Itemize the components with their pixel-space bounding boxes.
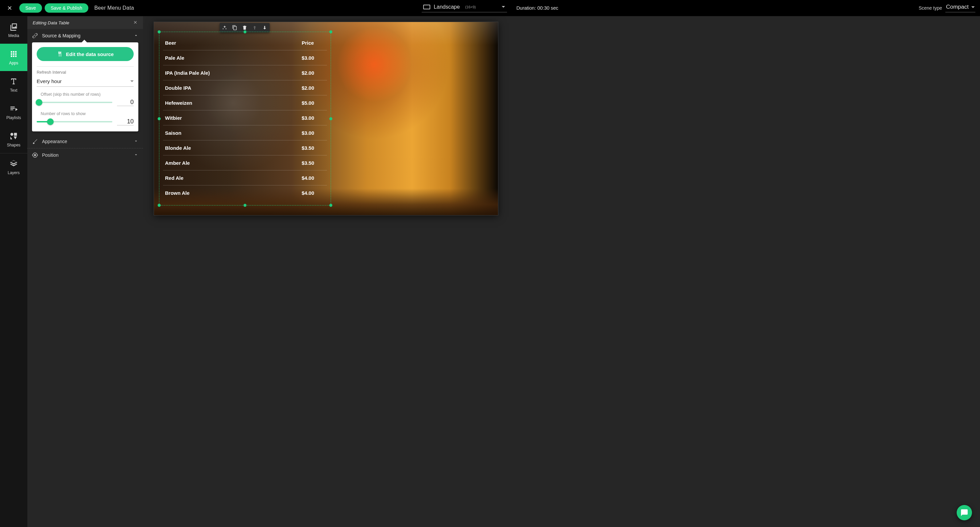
landscape-icon — [423, 5, 430, 10]
utensils-icon — [57, 51, 63, 57]
cell-price: $2.00 — [302, 85, 325, 91]
cell-price: $4.00 — [302, 190, 325, 196]
side-panel: Editing Data Table Source & Mapping Edit… — [27, 16, 143, 527]
cell-price: $4.00 — [302, 175, 325, 181]
chevron-down-icon — [134, 139, 138, 144]
table-row: Blonde Ale$3.50 — [163, 141, 327, 155]
sparkle-icon — [222, 25, 228, 30]
resize-handle[interactable] — [329, 117, 332, 120]
resize-handle[interactable] — [243, 30, 247, 34]
section-position[interactable]: Position — [27, 149, 143, 162]
nav-layers-label: Layers — [8, 171, 20, 175]
cell-name: Double IPA — [165, 85, 191, 91]
nav-shapes[interactable]: Shapes — [0, 126, 27, 153]
scene-type-select[interactable]: Compact — [945, 4, 975, 12]
edit-data-source-button[interactable]: Edit the data source — [37, 47, 134, 61]
table-row: Witbier$3.00 — [163, 110, 327, 125]
topbar: Save Save & Publish Beer Menu Data Lands… — [0, 0, 980, 16]
section-appearance-label: Appearance — [42, 139, 67, 144]
chat-fab[interactable] — [957, 505, 972, 520]
orientation-select[interactable]: Landscape (16×9) — [422, 4, 507, 12]
cell-name: Hefeweizen — [165, 100, 192, 106]
nav-media-label: Media — [8, 34, 19, 38]
slider-thumb[interactable] — [36, 99, 42, 106]
rows-label: Number of rows to show — [37, 112, 134, 116]
cell-name: Witbier — [165, 115, 182, 121]
cell-price: $3.00 — [302, 115, 325, 121]
link-icon — [32, 33, 38, 39]
nav-playlists-label: Playlists — [6, 115, 21, 120]
duration-label: Duration: 00:30 sec — [516, 5, 558, 11]
nav-playlists[interactable]: Playlists — [0, 98, 27, 126]
layers-icon — [10, 160, 18, 168]
chevron-down-icon — [134, 152, 138, 158]
cell-name: Red Ale — [165, 175, 183, 181]
left-nav: Media Apps Text Playlists Shapes Layers — [0, 16, 27, 527]
panel-close-button[interactable] — [133, 20, 138, 26]
refresh-interval-value: Every hour — [37, 78, 62, 85]
slider-thumb[interactable] — [47, 118, 54, 125]
source-card: Edit the data source Refresh Interval Ev… — [32, 42, 138, 131]
apps-icon — [10, 50, 18, 58]
resize-handle[interactable] — [243, 204, 247, 207]
table-row: Double IPA$2.00 — [163, 80, 327, 96]
resize-handle[interactable] — [329, 30, 332, 34]
nav-apps-label: Apps — [9, 61, 18, 65]
canvas-area: Beer Price Pale Ale$3.00 IPA (India Pale… — [143, 16, 980, 527]
rows-input[interactable] — [117, 118, 134, 125]
table-row: Brown Ale$4.00 — [163, 185, 327, 200]
table-row: IPA (India Pale Ale)$2.00 — [163, 65, 327, 80]
section-appearance[interactable]: Appearance — [27, 135, 143, 148]
cell-price: $3.50 — [302, 160, 325, 166]
resize-handle[interactable] — [158, 30, 161, 34]
close-icon — [7, 5, 13, 11]
save-button[interactable]: Save — [19, 3, 42, 13]
resize-handle[interactable] — [329, 204, 332, 207]
scene-type-value: Compact — [946, 4, 969, 10]
orientation-label: Landscape — [434, 4, 460, 10]
arrow-down-icon — [262, 25, 267, 30]
header-beer: Beer — [165, 40, 176, 46]
nav-layers[interactable]: Layers — [0, 153, 27, 181]
offset-slider[interactable] — [37, 99, 112, 106]
delete-button[interactable] — [242, 25, 248, 31]
chevron-up-icon — [134, 33, 138, 39]
shapes-icon — [10, 132, 18, 141]
rows-slider[interactable] — [37, 118, 112, 125]
data-table[interactable]: Beer Price Pale Ale$3.00 IPA (India Pale… — [163, 35, 327, 200]
sparkle-button[interactable] — [222, 25, 228, 31]
save-publish-button[interactable]: Save & Publish — [45, 3, 88, 13]
text-icon — [10, 77, 18, 86]
cell-name: Pale Ale — [165, 55, 185, 61]
document-title: Beer Menu Data — [94, 5, 134, 11]
card-divider — [37, 66, 134, 67]
table-row: Red Ale$4.00 — [163, 171, 327, 185]
panel-title: Editing Data Table — [33, 20, 69, 26]
refresh-interval-label: Refresh Interval — [37, 70, 134, 75]
cell-name: Amber Ale — [165, 160, 190, 166]
nav-media[interactable]: Media — [0, 16, 27, 44]
media-icon — [10, 22, 18, 31]
brush-icon — [32, 139, 38, 144]
table-row: Saison$3.00 — [163, 125, 327, 141]
duplicate-button[interactable] — [232, 25, 238, 31]
chevron-down-icon — [130, 80, 134, 82]
move-down-button[interactable] — [262, 25, 268, 31]
cell-price: $2.00 — [302, 70, 325, 76]
table-row: Hefeweizen$5.00 — [163, 96, 327, 110]
svg-rect-0 — [424, 5, 430, 9]
edit-data-source-label: Edit the data source — [66, 51, 114, 57]
nav-apps[interactable]: Apps — [0, 44, 27, 71]
refresh-interval-select[interactable]: Every hour — [37, 76, 134, 87]
table-row: Amber Ale$3.50 — [163, 155, 327, 171]
move-up-button — [252, 25, 258, 31]
scene-canvas[interactable]: Beer Price Pale Ale$3.00 IPA (India Pale… — [154, 22, 498, 216]
nav-text[interactable]: Text — [0, 71, 27, 98]
nav-text-label: Text — [10, 88, 18, 93]
resize-handle[interactable] — [158, 204, 161, 207]
resize-handle[interactable] — [158, 117, 161, 120]
offset-input[interactable] — [117, 99, 134, 106]
close-button[interactable] — [5, 3, 15, 13]
cell-price: $3.50 — [302, 145, 325, 151]
cell-price: $5.00 — [302, 100, 325, 106]
